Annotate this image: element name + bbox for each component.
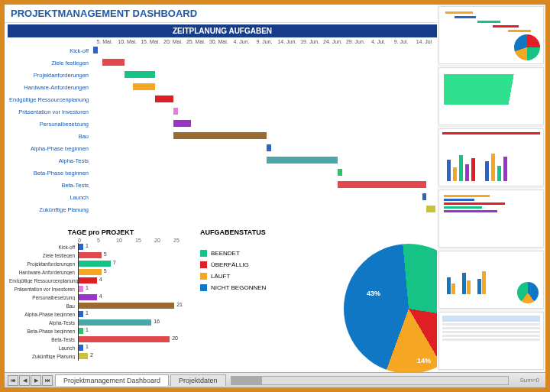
bar-value: 4 xyxy=(99,277,102,282)
pie-label-14b: 14% xyxy=(417,357,431,364)
gantt-row: Beta-Tests xyxy=(9,179,435,191)
gantt-track xyxy=(93,154,435,167)
bar-row: Beta-Tests20 xyxy=(9,335,192,344)
bar-label: Kick-off xyxy=(9,245,78,250)
bar-value: 21 xyxy=(176,302,183,307)
sheet-nav: ⏮ ◀ ▶ ⏭ xyxy=(8,375,53,386)
gantt-row: Zukünftige Planung xyxy=(9,203,435,215)
bar-value: 20 xyxy=(172,335,178,341)
bar-label: Alpha-Tests xyxy=(9,320,78,326)
bar-fill xyxy=(79,311,83,317)
scrollbar-thumb[interactable] xyxy=(231,377,262,384)
bar-fill xyxy=(79,328,83,334)
bar-value: 5 xyxy=(104,268,107,274)
bar-value: 16 xyxy=(154,319,160,324)
pie-section: AUFGABENSTATUS BEENDETÜBERFÄLLIGLÄUFTNIC… xyxy=(200,228,435,369)
thumb-6[interactable] xyxy=(438,312,544,370)
bar-fill xyxy=(79,336,170,342)
bar-track: 1 xyxy=(78,344,192,352)
bar-fill xyxy=(79,345,83,351)
legend-label: NICHT BEGONNEN xyxy=(211,284,266,291)
bar-track: 2 xyxy=(78,352,192,361)
prev-sheet-button[interactable]: ◀ xyxy=(19,375,30,386)
gantt-track xyxy=(93,142,435,154)
gantt-track xyxy=(93,179,435,191)
tab-projektdaten[interactable]: Projektdaten xyxy=(170,374,226,386)
gantt-task-label: Launch xyxy=(9,194,93,201)
bar-axis-tick: 0 xyxy=(78,238,97,243)
legend-swatch xyxy=(200,261,207,268)
bar-track: 4 xyxy=(78,277,192,285)
legend-swatch xyxy=(200,250,207,257)
bar-fill xyxy=(79,269,102,275)
gantt-date: 14. Jun. xyxy=(276,39,299,44)
gantt-header: ZEITPLANUNG AUFGABEN xyxy=(8,24,437,37)
gantt-task-label: Präsentation vor Investoren xyxy=(9,109,93,115)
bar-track: 5 xyxy=(78,251,192,260)
legend-label: LÄUFT xyxy=(211,273,230,280)
bar-row: Beta-Phase beginnen1 xyxy=(9,327,192,335)
gantt-track xyxy=(93,57,435,69)
gantt-bar xyxy=(155,96,173,102)
status-bar: ⏮ ◀ ▶ ⏭ Projektmanagement Dashboard Proj… xyxy=(5,372,545,387)
gantt-date: 10. Mai. xyxy=(116,39,139,44)
sum-indicator: Sum=0 xyxy=(513,377,545,384)
gantt-row: Präsentation vor Investoren xyxy=(9,105,435,118)
gantt-row: Endgültige Ressourcenplanung xyxy=(9,93,435,105)
last-sheet-button[interactable]: ⏭ xyxy=(42,375,53,386)
gantt-bar xyxy=(173,108,178,115)
gantt-track xyxy=(93,44,435,57)
gantt-row: Launch xyxy=(9,191,435,203)
next-sheet-button[interactable]: ▶ xyxy=(31,375,41,386)
thumb-3[interactable] xyxy=(438,128,544,186)
gantt-track xyxy=(93,93,435,105)
first-sheet-button[interactable]: ⏮ xyxy=(8,375,18,386)
bar-label: Endgültige Ressourcenplanung xyxy=(9,278,78,283)
bar-label: Zukünftige Planung xyxy=(9,354,78,359)
bar-value: 1 xyxy=(86,285,89,290)
gantt-row: Projektanforderungen xyxy=(9,69,435,81)
thumb-5[interactable] xyxy=(438,251,544,309)
horizontal-scrollbar[interactable] xyxy=(231,376,510,385)
gantt-date: 19. Jun. xyxy=(299,39,322,44)
gantt-track xyxy=(93,69,435,81)
gantt-task-label: Endgültige Ressourcenplanung xyxy=(9,96,93,103)
gantt-task-label: Hardware-Anforderungen xyxy=(9,84,93,91)
thumb-1[interactable] xyxy=(438,6,544,64)
bar-axis-tick: 20 xyxy=(154,238,173,243)
bar-label: Alpha-Phase beginnen xyxy=(9,312,78,317)
thumb-2[interactable] xyxy=(438,67,544,125)
bar-fill xyxy=(79,244,83,250)
bar-track: 1 xyxy=(78,243,192,251)
bar-row: Kick-off1 xyxy=(9,243,192,251)
bar-chart: TAGE pro PROJEKT 0510152025 Kick-off1Zie… xyxy=(9,228,192,369)
bar-value: 5 xyxy=(104,251,107,257)
bar-row: Hardware-Anforderungen5 xyxy=(9,268,192,277)
gantt-bar xyxy=(426,206,435,212)
bar-fill xyxy=(79,277,97,283)
gantt-bar xyxy=(173,132,267,139)
gantt-date: 14. Jul xyxy=(412,39,435,44)
bar-fill xyxy=(79,252,102,258)
bar-fill xyxy=(79,294,97,300)
gantt-track xyxy=(93,130,435,142)
gantt-task-label: Projektanforderungen xyxy=(9,72,93,79)
gantt-date: 25. Mai. xyxy=(184,39,207,44)
bar-row: Alpha-Phase beginnen1 xyxy=(9,310,192,319)
thumb-4[interactable] xyxy=(438,190,544,248)
bar-label: Hardware-Anforderungen xyxy=(9,270,78,275)
bar-track: 1 xyxy=(78,327,192,335)
gantt-date: 15. Mai. xyxy=(139,39,162,44)
gantt-task-label: Ziele festlegen xyxy=(9,60,93,66)
tab-dashboard[interactable]: Projektmanagement Dashboard xyxy=(55,374,169,386)
bar-axis-tick: 15 xyxy=(135,238,154,243)
thumbnail-strip xyxy=(437,5,545,371)
gantt-date: 20. Mai. xyxy=(162,39,185,44)
gantt-row: Ziele festlegen xyxy=(9,57,435,69)
pie-label-43: 43% xyxy=(367,290,380,297)
bar-row: Personalbesetzung4 xyxy=(9,293,192,302)
gantt-date: 9. Jun. xyxy=(253,39,276,44)
gantt-row: Beta-Phase beginnen xyxy=(9,167,435,179)
gantt-task-label: Bau xyxy=(9,133,93,140)
gantt-date: 5. Mai. xyxy=(93,39,116,44)
